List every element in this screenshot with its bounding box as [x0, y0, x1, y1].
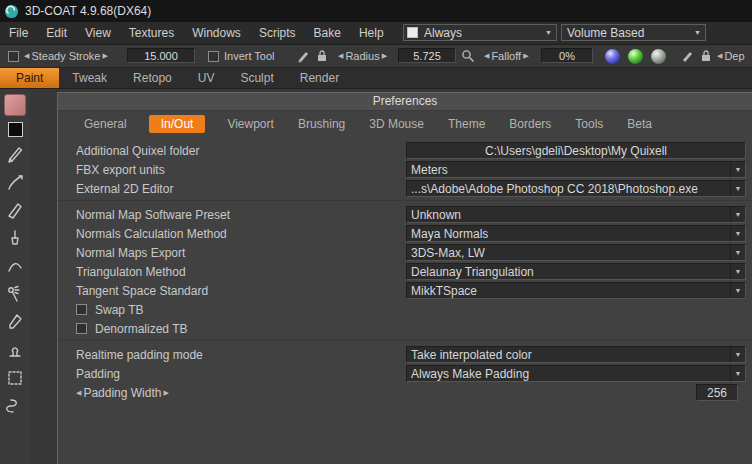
steady-stroke-value[interactable]: 15.000 — [127, 48, 195, 63]
menu-bar: File Edit View Textures Windows Scripts … — [0, 22, 752, 45]
prefs-tab-theme[interactable]: Theme — [446, 115, 487, 133]
stepper-left-icon[interactable]: ◀ — [76, 389, 81, 397]
tab-tweak[interactable]: Tweak — [59, 68, 120, 88]
stepper-right-icon[interactable]: ▶ — [102, 52, 107, 60]
stepper-left-icon[interactable]: ◀ — [338, 52, 343, 60]
magnifier-icon[interactable] — [461, 49, 475, 65]
pen-pressure-icon[interactable] — [297, 49, 311, 65]
marquee-icon[interactable] — [4, 367, 26, 389]
radius-stepper: ◀ Radius ▶ — [338, 50, 387, 62]
chevron-down-icon[interactable]: ▼ — [730, 245, 745, 260]
tangent-space-standard-dropdown[interactable]: MikkTSpace ▼ — [406, 282, 746, 299]
prefs-tab-brushing[interactable]: Brushing — [296, 115, 347, 133]
field-value: 3DS-Max, LW — [411, 246, 485, 260]
row-normals-calculation-method: Normals Calculation Method Maya Normals … — [58, 224, 752, 243]
volume-based-dropdown[interactable]: Volume Based ▼ — [561, 24, 706, 41]
menu-textures[interactable]: Textures — [120, 26, 183, 40]
prefs-tab-3d-mouse[interactable]: 3D Mouse — [367, 115, 426, 133]
chevron-down-icon[interactable]: ▼ — [730, 366, 745, 381]
radius-value[interactable]: 5.725 — [398, 48, 456, 63]
falloff-value-text: 0% — [559, 50, 575, 62]
sphere-preview-gray-icon[interactable] — [651, 49, 666, 64]
field-value: Delaunay Triangulation — [411, 265, 534, 279]
tangent-space-standard-label: Tangent Space Standard — [76, 284, 208, 298]
additional-quixel-folder-label: Additional Quixel folder — [76, 144, 199, 158]
additional-quixel-folder-input[interactable]: C:\Users\gdeli\Desktop\My Quixell — [406, 142, 746, 159]
row-normal-map-software-preset: Normal Map Software Preset Unknown ▼ — [58, 205, 752, 224]
tab-sculpt[interactable]: Sculpt — [227, 68, 286, 88]
secondary-color-swatch[interactable] — [8, 122, 23, 137]
menu-bake[interactable]: Bake — [305, 26, 350, 40]
lock-icon[interactable] — [316, 49, 328, 65]
padding-width-value[interactable]: 256 — [696, 384, 738, 401]
stepper-left-icon[interactable]: ◀ — [484, 52, 489, 60]
pencil-icon[interactable] — [4, 143, 26, 165]
always-dropdown[interactable]: Always ▼ — [403, 24, 557, 41]
brush-toolbar: ◀ Steady Stroke ▶ 15.000 Invert Tool ◀ R… — [0, 45, 752, 68]
denormalized-tb-checkbox[interactable] — [76, 323, 87, 334]
color-swatch[interactable] — [4, 94, 26, 116]
falloff-value[interactable]: 0% — [541, 48, 593, 63]
normal-maps-export-label: Normal Maps Export — [76, 246, 185, 260]
chevron-down-icon[interactable]: ▼ — [730, 207, 745, 222]
realtime-padding-mode-dropdown[interactable]: Take interpolated color ▼ — [406, 346, 746, 363]
lock-icon[interactable] — [700, 49, 712, 65]
stamp-icon[interactable] — [4, 339, 26, 361]
menu-view[interactable]: View — [76, 26, 120, 40]
stepper-right-icon[interactable]: ▶ — [163, 389, 168, 397]
prefs-tab-beta[interactable]: Beta — [625, 115, 654, 133]
chevron-down-icon[interactable]: ▼ — [730, 264, 745, 279]
steady-stroke-value-text: 15.000 — [144, 50, 178, 62]
tab-paint[interactable]: Paint — [0, 68, 59, 88]
swap-tb-checkbox[interactable] — [76, 304, 87, 315]
sphere-preview-green-icon[interactable] — [628, 49, 643, 64]
menu-edit[interactable]: Edit — [37, 26, 76, 40]
dropper-icon[interactable] — [4, 311, 26, 333]
menu-scripts[interactable]: Scripts — [250, 26, 305, 40]
tab-retopo[interactable]: Retopo — [120, 68, 185, 88]
brush-icon[interactable] — [4, 227, 26, 249]
menu-file[interactable]: File — [0, 26, 37, 40]
prefs-tab-in-out[interactable]: In/Out — [149, 115, 206, 133]
prefs-tab-borders[interactable]: Borders — [507, 115, 553, 133]
tab-render[interactable]: Render — [287, 68, 352, 88]
invert-tool-checkbox[interactable] — [208, 51, 219, 62]
chevron-down-icon[interactable]: ▼ — [730, 226, 745, 241]
tube-icon[interactable] — [4, 395, 26, 417]
menu-windows[interactable]: Windows — [183, 26, 250, 40]
workspace-tabs: Paint Tweak Retopo UV Sculpt Render — [0, 68, 752, 89]
sphere-preview-blue-icon[interactable] — [605, 49, 620, 64]
pen-icon[interactable] — [4, 171, 26, 193]
steady-stroke-checkbox[interactable] — [8, 51, 19, 62]
prefs-tab-tools[interactable]: Tools — [573, 115, 605, 133]
pen-pressure-icon[interactable] — [681, 49, 695, 65]
swap-tb-label: Swap TB — [95, 303, 143, 317]
depth-label: Dep — [724, 50, 744, 62]
prefs-tab-general[interactable]: General — [82, 115, 129, 133]
stepper-left-icon[interactable]: ◀ — [717, 52, 722, 60]
chevron-down-icon[interactable]: ▼ — [730, 181, 745, 196]
padding-label: Padding — [76, 367, 120, 381]
chevron-down-icon[interactable]: ▼ — [730, 347, 745, 362]
stepper-right-icon[interactable]: ▶ — [382, 52, 387, 60]
external-2d-editor-dropdown[interactable]: ...s\Adobe\Adobe Photoshop CC 2018\Photo… — [406, 180, 746, 197]
normal-map-software-preset-dropdown[interactable]: Unknown ▼ — [406, 206, 746, 223]
realtime-padding-mode-label: Realtime padding mode — [76, 348, 203, 362]
always-checkbox[interactable] — [407, 27, 418, 38]
stepper-right-icon[interactable]: ▶ — [523, 52, 528, 60]
padding-dropdown[interactable]: Always Make Padding ▼ — [406, 365, 746, 382]
chevron-down-icon[interactable]: ▼ — [730, 162, 745, 177]
fbx-export-units-dropdown[interactable]: Meters ▼ — [406, 161, 746, 178]
chevron-down-icon[interactable]: ▼ — [730, 283, 745, 298]
triangulaton-method-dropdown[interactable]: Delaunay Triangulation ▼ — [406, 263, 746, 280]
tab-uv[interactable]: UV — [185, 68, 228, 88]
normals-calculation-method-dropdown[interactable]: Maya Normals ▼ — [406, 225, 746, 242]
stepper-left-icon[interactable]: ◀ — [24, 52, 29, 60]
curve-icon[interactable] — [4, 255, 26, 277]
normal-maps-export-dropdown[interactable]: 3DS-Max, LW ▼ — [406, 244, 746, 261]
airbrush-icon[interactable] — [4, 283, 26, 305]
menu-help[interactable]: Help — [350, 26, 393, 40]
knife-icon[interactable] — [4, 199, 26, 221]
prefs-tab-viewport[interactable]: Viewport — [225, 115, 275, 133]
field-value: Maya Normals — [411, 227, 488, 241]
